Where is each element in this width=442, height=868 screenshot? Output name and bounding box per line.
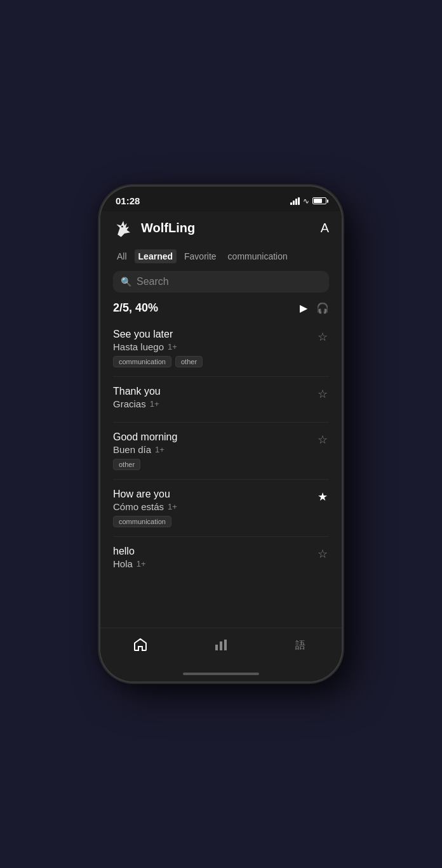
word-content-2: Thank you Gracias 1+ xyxy=(113,386,316,413)
word-content-5: hello Hola 1+ xyxy=(113,546,316,573)
tag-other[interactable]: other xyxy=(175,356,203,367)
word-content-1: See you later Hasta luego 1+ communicati… xyxy=(113,329,316,367)
tab-learned[interactable]: Learned xyxy=(135,249,177,263)
word-count-4: 1+ xyxy=(168,502,177,511)
word-tags-3: other xyxy=(113,459,316,470)
phone-frame: 01:28 ∿ xyxy=(100,187,342,681)
nav-stats[interactable] xyxy=(201,635,241,659)
wolf-logo-icon xyxy=(113,216,136,239)
star-button-3[interactable]: ☆ xyxy=(316,431,329,448)
app-title-bold: Wolf xyxy=(141,221,168,235)
tag-communication[interactable]: communication xyxy=(113,356,171,367)
word-item[interactable]: See you later Hasta luego 1+ communicati… xyxy=(113,320,329,377)
word-tags-1: communication other xyxy=(113,356,316,367)
progress-actions: ▶ 🎧 xyxy=(300,302,329,314)
word-translation-5: Hola xyxy=(113,558,133,569)
word-english-4: How are you xyxy=(113,489,316,500)
word-item[interactable]: hello Hola 1+ ☆ xyxy=(113,537,329,582)
star-button-1[interactable]: ☆ xyxy=(316,329,329,345)
word-tags-4: communication xyxy=(113,516,316,527)
app-title-normal: Ling xyxy=(168,221,195,235)
phone-screen: 01:28 ∿ xyxy=(100,187,342,681)
word-translation-3: Buen día xyxy=(113,444,151,455)
home-indicator xyxy=(100,669,342,681)
word-translation-2: Gracias xyxy=(113,398,146,409)
word-translation-1: Hasta luego xyxy=(113,341,164,352)
stats-icon xyxy=(213,637,229,656)
battery-icon xyxy=(312,197,326,204)
word-english-3: Good morning xyxy=(113,431,316,443)
translate-icon: 語 xyxy=(294,637,309,656)
word-translation-row-3: Buen día 1+ xyxy=(113,444,316,455)
word-english-1: See you later xyxy=(113,329,316,340)
star-button-5[interactable]: ☆ xyxy=(316,546,329,562)
search-bar[interactable]: 🔍 Search xyxy=(113,271,329,293)
progress-info: 2/5, 40% ▶ 🎧 xyxy=(113,301,329,315)
svg-rect-2 xyxy=(220,641,222,650)
svg-rect-1 xyxy=(215,645,218,650)
word-item[interactable]: How are you Cómo estás 1+ communication … xyxy=(113,480,329,537)
signal-icon xyxy=(290,197,300,205)
word-translation-row-2: Gracias 1+ xyxy=(113,398,316,409)
svg-point-0 xyxy=(121,226,123,228)
nav-home[interactable] xyxy=(120,635,161,659)
word-count-3: 1+ xyxy=(155,445,164,454)
word-translation-row-1: Hasta luego 1+ xyxy=(113,341,316,352)
word-count-1: 1+ xyxy=(168,342,177,352)
word-english-2: Thank you xyxy=(113,386,316,397)
bottom-nav: 語 xyxy=(100,628,342,669)
svg-rect-3 xyxy=(224,640,227,650)
tag-communication-4[interactable]: communication xyxy=(113,516,171,527)
word-count-5: 1+ xyxy=(137,559,146,569)
word-translation-4: Cómo estás xyxy=(113,501,164,512)
star-button-4[interactable]: ★ xyxy=(316,489,329,505)
battery-fill xyxy=(314,199,322,203)
search-container: 🔍 Search xyxy=(100,267,342,296)
wifi-icon: ∿ xyxy=(303,197,309,206)
home-bar xyxy=(183,673,259,675)
play-icon[interactable]: ▶ xyxy=(300,302,307,314)
home-icon xyxy=(133,637,148,656)
status-time: 01:28 xyxy=(116,195,140,206)
filter-tabs: All Learned Favorite communication xyxy=(100,246,342,267)
word-translation-row-5: Hola 1+ xyxy=(113,558,316,569)
logo-area: WolfLing xyxy=(113,216,195,239)
search-placeholder: Search xyxy=(137,276,169,287)
app-content: WolfLing A All Learned Favorite communic… xyxy=(100,211,342,681)
word-item[interactable]: Thank you Gracias 1+ ☆ xyxy=(113,377,329,423)
tag-other-3[interactable]: other xyxy=(113,459,140,470)
headphone-icon[interactable]: 🎧 xyxy=(316,302,329,314)
nav-translate[interactable]: 語 xyxy=(281,635,322,659)
app-title: WolfLing xyxy=(141,221,195,235)
progress-container: 2/5, 40% ▶ 🎧 xyxy=(100,296,342,320)
search-icon: 🔍 xyxy=(121,277,131,287)
font-size-button[interactable]: A xyxy=(321,221,329,235)
tab-favorite[interactable]: Favorite xyxy=(180,249,220,263)
tab-communication[interactable]: communication xyxy=(224,249,291,263)
word-content-4: How are you Cómo estás 1+ communication xyxy=(113,489,316,527)
word-translation-row-4: Cómo estás 1+ xyxy=(113,501,316,512)
star-button-2[interactable]: ☆ xyxy=(316,386,329,402)
notch xyxy=(183,187,259,204)
svg-text:語: 語 xyxy=(295,640,305,650)
words-list: See you later Hasta luego 1+ communicati… xyxy=(100,320,342,628)
word-item[interactable]: Good morning Buen día 1+ other ☆ xyxy=(113,423,329,480)
status-icons: ∿ xyxy=(290,197,326,206)
tab-all[interactable]: All xyxy=(113,249,131,263)
word-count-2: 1+ xyxy=(150,399,159,409)
progress-text: 2/5, 40% xyxy=(113,301,158,315)
app-header: WolfLing A xyxy=(100,211,342,246)
word-english-5: hello xyxy=(113,546,316,557)
word-content-3: Good morning Buen día 1+ other xyxy=(113,431,316,470)
